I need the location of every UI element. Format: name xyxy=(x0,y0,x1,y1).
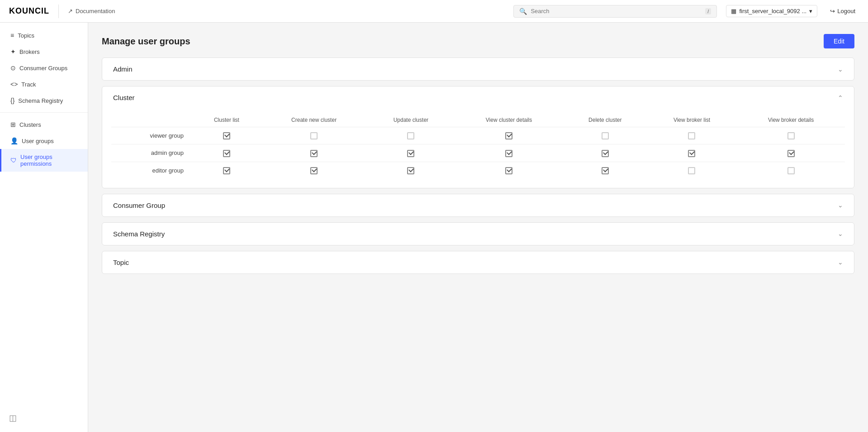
permissions-table: Cluster list Create new cluster Update c… xyxy=(111,113,845,179)
permission-cell[interactable] xyxy=(261,144,368,162)
sidebar-divider xyxy=(0,112,88,113)
section-cluster-header[interactable]: Cluster ⌃ xyxy=(102,86,854,109)
permission-cell[interactable] xyxy=(647,162,737,179)
sidebar-item-schema-registry[interactable]: {} Schema Registry xyxy=(0,92,88,109)
checkbox-unchecked-icon[interactable] xyxy=(602,132,609,139)
search-shortcut: / xyxy=(705,8,711,14)
permission-cell[interactable] xyxy=(193,144,261,162)
permission-cell[interactable] xyxy=(564,162,647,179)
track-icon: <> xyxy=(10,81,18,88)
section-cluster: Cluster ⌃ Cluster list Create new cluste… xyxy=(102,86,854,188)
permission-cell[interactable] xyxy=(647,144,737,162)
col-delete-cluster: Delete cluster xyxy=(564,113,647,127)
permission-cell[interactable] xyxy=(737,162,845,179)
checkbox-unchecked-icon[interactable] xyxy=(310,132,318,139)
doc-icon: ↗ xyxy=(68,8,73,14)
section-schema-registry-header[interactable]: Schema Registry ⌄ xyxy=(102,223,854,245)
permission-cell[interactable] xyxy=(367,144,454,162)
permission-cell[interactable] xyxy=(193,127,261,144)
group-col-header xyxy=(111,113,193,127)
table-row: editor group xyxy=(111,162,845,179)
sidebar-item-label: Track xyxy=(21,81,36,88)
permission-cell[interactable] xyxy=(261,127,368,144)
group-name-cell: editor group xyxy=(111,162,193,179)
sidebar-item-label: User groups permissions xyxy=(20,154,79,167)
permission-cell[interactable] xyxy=(454,127,563,144)
sidebar-item-brokers[interactable]: ✦ Brokers xyxy=(0,43,88,60)
checkbox-checked-icon[interactable] xyxy=(505,132,512,139)
permission-cell[interactable] xyxy=(193,162,261,179)
main-content: Manage user groups Edit Admin ⌄ Cluster … xyxy=(88,23,868,432)
checkbox-checked-icon[interactable] xyxy=(602,167,609,174)
group-name-cell: admin group xyxy=(111,144,193,162)
checkbox-checked-icon[interactable] xyxy=(310,150,318,157)
logout-button[interactable]: ↪ Logout xyxy=(826,5,859,17)
checkbox-checked-icon[interactable] xyxy=(223,150,230,157)
edit-button[interactable]: Edit xyxy=(824,34,854,48)
checkbox-checked-icon[interactable] xyxy=(602,150,609,157)
search-input[interactable] xyxy=(531,8,702,14)
section-topic-header[interactable]: Topic ⌄ xyxy=(102,251,854,274)
checkbox-checked-icon[interactable] xyxy=(505,167,512,174)
body-wrapper: ≡ Topics ✦ Brokers ⊙ Consumer Groups <> … xyxy=(0,23,868,432)
search-icon: 🔍 xyxy=(519,8,527,15)
checkbox-unchecked-icon[interactable] xyxy=(407,132,414,139)
cluster-chevron-up-icon: ⌃ xyxy=(838,94,843,101)
checkbox-unchecked-icon[interactable] xyxy=(787,132,795,139)
checkbox-checked-icon[interactable] xyxy=(223,167,230,174)
sidebar-item-label: Clusters xyxy=(19,121,41,128)
permission-cell[interactable] xyxy=(367,162,454,179)
checkbox-checked-icon[interactable] xyxy=(407,167,414,174)
group-name-cell: viewer group xyxy=(111,127,193,144)
permission-cell[interactable] xyxy=(564,127,647,144)
sidebar-item-user-groups-permissions[interactable]: 🛡 User groups permissions xyxy=(0,149,88,172)
checkbox-checked-icon[interactable] xyxy=(310,167,318,174)
cluster-body: Cluster list Create new cluster Update c… xyxy=(102,109,854,188)
documentation-link[interactable]: ↗ Documentation xyxy=(68,8,115,14)
checkbox-checked-icon[interactable] xyxy=(787,150,795,157)
sidebar-item-consumer-groups[interactable]: ⊙ Consumer Groups xyxy=(0,60,88,76)
section-schema-registry: Schema Registry ⌄ xyxy=(102,222,854,245)
admin-chevron-down-icon: ⌄ xyxy=(838,66,843,73)
permission-cell[interactable] xyxy=(737,144,845,162)
table-row: admin group xyxy=(111,144,845,162)
page-header: Manage user groups Edit xyxy=(102,34,854,48)
sidebar-item-topics[interactable]: ≡ Topics xyxy=(0,27,88,43)
server-chevron-icon: ▾ xyxy=(809,8,812,14)
permission-cell[interactable] xyxy=(261,162,368,179)
server-selector[interactable]: ▦ first_server_local_9092 ... ▾ xyxy=(726,5,817,17)
checkbox-checked-icon[interactable] xyxy=(505,150,512,157)
permission-cell[interactable] xyxy=(737,127,845,144)
checkbox-unchecked-icon[interactable] xyxy=(787,167,795,174)
checkbox-checked-icon[interactable] xyxy=(688,150,695,157)
section-admin: Admin ⌄ xyxy=(102,58,854,81)
checkbox-checked-icon[interactable] xyxy=(407,150,414,157)
sidebar: ≡ Topics ✦ Brokers ⊙ Consumer Groups <> … xyxy=(0,23,88,432)
checkbox-unchecked-icon[interactable] xyxy=(688,167,695,174)
sidebar-item-label: Schema Registry xyxy=(18,97,63,104)
section-schema-registry-label: Schema Registry xyxy=(113,230,165,238)
sidebar-item-track[interactable]: <> Track xyxy=(0,76,88,92)
permission-cell[interactable] xyxy=(454,144,563,162)
sidebar-item-label: Brokers xyxy=(19,48,40,55)
permission-cell[interactable] xyxy=(367,127,454,144)
section-consumer-group-header[interactable]: Consumer Group ⌄ xyxy=(102,194,854,216)
page-title: Manage user groups xyxy=(102,36,190,47)
sidebar-bottom: ◫ xyxy=(0,408,88,427)
section-admin-header[interactable]: Admin ⌄ xyxy=(102,58,854,80)
permission-cell[interactable] xyxy=(454,162,563,179)
user-groups-icon: 👤 xyxy=(10,137,18,144)
checkbox-checked-icon[interactable] xyxy=(223,132,230,139)
schema-registry-chevron-down-icon: ⌄ xyxy=(838,230,843,237)
col-update-cluster: Update cluster xyxy=(367,113,454,127)
sidebar-item-user-groups[interactable]: 👤 User groups xyxy=(0,133,88,149)
brokers-icon: ✦ xyxy=(10,48,16,55)
permission-cell[interactable] xyxy=(647,127,737,144)
section-consumer-group: Consumer Group ⌄ xyxy=(102,194,854,217)
sidebar-toggle-button[interactable]: ◫ xyxy=(9,413,17,422)
sidebar-item-clusters[interactable]: ⊞ Clusters xyxy=(0,116,88,133)
clusters-icon: ⊞ xyxy=(10,121,16,128)
checkbox-unchecked-icon[interactable] xyxy=(688,132,695,139)
section-consumer-group-label: Consumer Group xyxy=(113,202,165,209)
permission-cell[interactable] xyxy=(564,144,647,162)
